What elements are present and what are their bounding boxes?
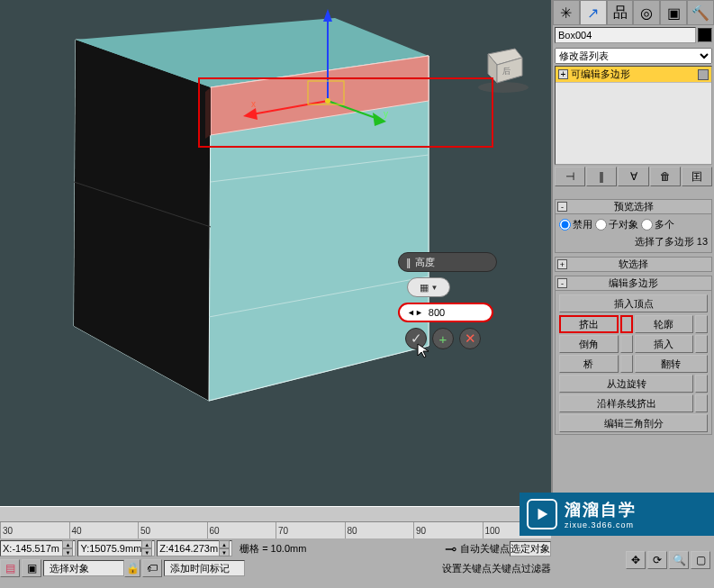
tab-create[interactable]: ✳ [553,0,580,25]
radio-multi[interactable]: 多个 [641,218,674,231]
edit-tri-button[interactable]: 编辑三角剖分 [559,414,708,432]
bridge-settings-button[interactable] [620,355,633,373]
unique-icon: ∀ [630,170,637,183]
show-end-result-button[interactable]: ‖ [586,167,617,186]
extrude-spline-button[interactable]: 沿样条线挤出 [559,394,693,412]
tab-display[interactable]: ▣ [660,0,687,25]
autokey-toggle[interactable]: 自动关键点 [460,542,510,556]
rollout-header-editpoly[interactable]: - 编辑多边形 [555,276,712,291]
maximize-button[interactable]: ▢ [691,551,710,569]
bevel-settings-button[interactable] [620,335,633,353]
make-unique-button[interactable]: ∀ [618,167,648,186]
stack-item-editable-poly[interactable]: + 可编辑多边形 [556,67,711,83]
bridge-button[interactable]: 桥 [559,355,619,373]
lock-selection-button[interactable]: 🔒 [124,559,140,577]
rollout-soft-selection: + 软选择 [555,257,712,272]
tab-modify[interactable]: ↗ [580,0,607,25]
tab-hierarchy[interactable]: 品 [607,0,634,25]
rollout-preview-selection: - 预览选择 禁用 子对象 多个 选择了多边形 13 [555,199,712,253]
tab-motion[interactable]: ◎ [633,0,660,25]
viewport[interactable]: x y 后 ‖ 高度 ▦ ▼ ◄► [0,0,551,506]
watermark-title: 溜溜自学 [565,499,637,520]
create-icon: ✳ [560,5,572,22]
extrude-spline-settings-button[interactable] [695,394,708,412]
svg-text:后: 后 [502,67,511,76]
time-tag-button[interactable]: 🏷 [142,559,162,577]
modify-icon: ↗ [587,5,599,22]
pin-stack-button[interactable]: ⊣ [555,167,585,186]
object-name-input[interactable] [555,27,696,43]
outline-button[interactable]: 轮廓 [635,315,694,333]
hinge-button[interactable]: 从边旋转 [559,375,693,393]
configure-sets-button[interactable]: 囯 [682,167,712,186]
keymode-dropdown[interactable]: 选定对象 [510,541,551,556]
hinge-settings-button[interactable] [695,375,708,393]
remove-modifier-button[interactable]: 🗑 [650,167,681,186]
extrude-button[interactable]: 挤出 [559,315,619,333]
plus-icon: + [439,331,447,347]
coord-x[interactable]: X: -145.517m ▲▼ [0,540,76,556]
caddy-value: 800 [429,307,445,318]
inset-button[interactable]: 插入 [635,335,694,353]
coord-x-value: -145.517m [12,543,62,554]
caddy-value-input[interactable]: ◄► 800 [398,303,493,322]
insert-vertex-button[interactable]: 插入顶点 [559,294,708,312]
caddy-apply-button[interactable]: + [432,328,454,349]
viewport-inner: x y 后 ‖ 高度 ▦ ▼ ◄► [2,2,549,504]
expand-icon[interactable]: + [558,69,568,79]
tick: 80 [345,522,414,538]
spinner-arrows-icon[interactable]: ◄► [407,308,423,317]
keyfilters-button[interactable]: 关键点过滤器 [492,562,551,575]
caddy-cancel-button[interactable]: ✕ [459,328,481,349]
rollout-edit-polygons: - 编辑多边形 插入顶点 挤出 轮廓 倒角 插入 桥 翻转 从边旋转 沿样条线挤… [555,276,712,435]
caddy-mode-button[interactable]: ▦ ▼ [407,277,450,297]
setkey-button[interactable]: 设置关键点 [442,562,492,575]
trackbar[interactable] [0,506,551,522]
spinner-icon[interactable]: ▲▼ [219,540,230,556]
outline-settings-button[interactable] [695,315,708,333]
spinner-icon[interactable]: ▲▼ [141,540,152,556]
rollout-title: 软选择 [619,258,648,271]
tick: 90 [413,522,483,538]
trash-icon: 🗑 [660,170,671,183]
coord-z[interactable]: Z: 4164.273m ▲▼ [157,540,232,556]
minus-icon: - [557,278,567,288]
time-ruler[interactable]: 30 40 50 60 70 80 90 100 [0,522,551,538]
caddy-title: 高度 [415,256,435,269]
plus-icon: + [557,259,567,269]
zoom-button[interactable]: 🔍 [669,551,689,569]
rollout-header-softsel[interactable]: + 软选择 [555,257,712,272]
prompt-button[interactable]: ▣ [22,559,41,577]
modifier-list-dropdown[interactable]: 修改器列表 [555,48,712,64]
key-icon[interactable]: ⊸ [445,540,456,557]
orbit-button[interactable]: ⟳ [647,551,667,569]
time-tag-field[interactable]: 添加时间标记 [164,560,245,576]
rollout-title: 预览选择 [614,200,654,213]
utilities-icon: 🔨 [691,5,709,22]
coord-y[interactable]: Y: 15075.9mm ▲▼ [77,540,155,556]
spinner-icon[interactable]: ▲▼ [62,540,73,556]
object-color-swatch[interactable] [698,28,712,42]
caddy-title-pill: ‖ 高度 [398,252,497,272]
radio-subobj[interactable]: 子对象 [595,218,638,231]
selection-info: 选择了多边形 13 [559,235,708,249]
play-icon [527,499,557,529]
annotation-highlight [198,77,493,148]
radio-disable[interactable]: 禁用 [559,218,592,231]
stack-toggle-icon[interactable] [698,69,709,80]
minus-icon: - [557,202,567,212]
cross-icon: ✕ [465,330,476,347]
pan-button[interactable]: ✥ [626,551,646,569]
script-listener-button[interactable]: ▤ [0,559,20,577]
flip-button[interactable]: 翻转 [635,355,709,373]
extrude-settings-button[interactable] [620,315,633,333]
mouse-cursor [416,342,432,362]
rollout-header-preview[interactable]: - 预览选择 [555,199,712,214]
grid-icon: ▦ [420,282,429,294]
inset-settings-button[interactable] [695,335,708,353]
bevel-button[interactable]: 倒角 [559,335,619,353]
svg-marker-10 [323,9,332,22]
modifier-stack[interactable]: + 可编辑多边形 [555,66,712,165]
tab-utilities[interactable]: 🔨 [687,0,714,25]
prompt-icon: ▣ [27,562,37,574]
